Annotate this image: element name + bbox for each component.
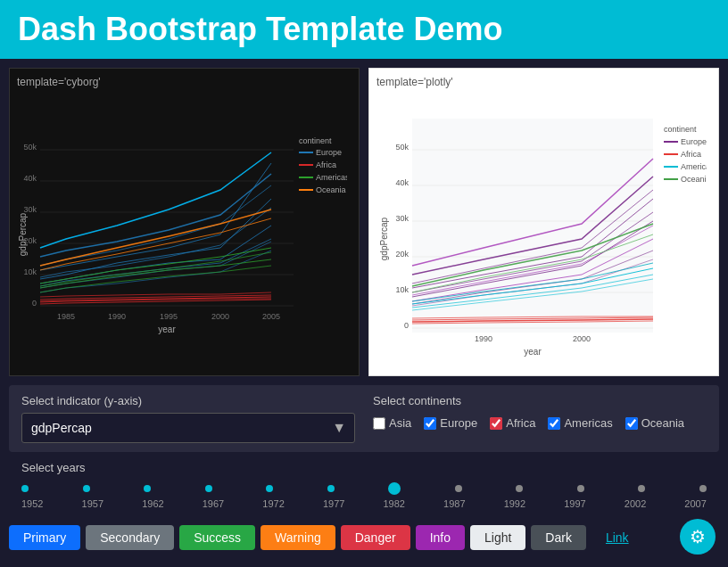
asia-checkbox[interactable] <box>373 417 385 430</box>
year-2002: 2002 <box>625 498 646 509</box>
checkbox-oceania[interactable]: Oceania <box>625 416 684 430</box>
svg-text:50k: 50k <box>23 143 37 152</box>
light-button[interactable]: Light <box>470 525 525 550</box>
africa-checkbox[interactable] <box>490 417 502 430</box>
slider-container: 1952 1957 1962 1967 1972 1977 1982 1987 … <box>21 481 707 513</box>
slider-dot-9 <box>577 485 584 492</box>
slider-dot-2 <box>144 485 151 492</box>
fab-icon: ⚙ <box>690 526 706 547</box>
svg-text:30k: 30k <box>23 205 37 214</box>
svg-text:0: 0 <box>404 321 409 330</box>
year-1952: 1952 <box>21 498 43 509</box>
charts-row: template='cyborg' gdpPercap 0 10k 20k 30… <box>0 59 728 385</box>
svg-text:1990: 1990 <box>475 334 492 343</box>
svg-text:continent: continent <box>664 125 697 134</box>
continents-control-group: Select continents Asia Europe Africa Ame… <box>373 394 707 443</box>
slider-dot-8 <box>516 485 523 492</box>
warning-button[interactable]: Warning <box>261 525 335 550</box>
slider-dot-6[interactable] <box>388 482 401 495</box>
link-button[interactable]: Link <box>592 525 643 550</box>
svg-text:2000: 2000 <box>211 312 229 321</box>
svg-text:Africa: Africa <box>681 150 701 159</box>
dark-button[interactable]: Dark <box>531 525 586 550</box>
year-1957: 1957 <box>82 498 103 509</box>
left-chart-svg: gdpPercap 0 10k 20k 30k 40k 50k 1985 199… <box>17 92 347 350</box>
slider-section: Select years 1952 1957 1962 1967 1972 19… <box>9 461 719 513</box>
indicator-label: Select indicator (y-axis) <box>21 394 355 407</box>
slider-dot-3 <box>205 485 212 492</box>
years-label: Select years <box>21 461 707 474</box>
left-chart-template: template='cyborg' <box>17 76 352 88</box>
svg-text:1985: 1985 <box>57 312 75 321</box>
year-1962: 1962 <box>142 498 163 509</box>
svg-text:30k: 30k <box>395 214 409 223</box>
chart-panel-right: template='plotly' 0 10k 20k 30k 40k 50k … <box>368 68 719 376</box>
app-header: Dash Bootstrap Template Demo <box>0 0 728 59</box>
controls-row: Select indicator (y-axis) gdpPercap life… <box>21 394 707 443</box>
slider-dot-11 <box>699 485 707 492</box>
year-1967: 1967 <box>203 498 224 509</box>
svg-text:continent: continent <box>299 136 332 145</box>
oceania-label: Oceania <box>641 416 684 430</box>
slider-dot-10 <box>638 485 645 492</box>
year-1992: 1992 <box>504 498 525 509</box>
year-1972: 1972 <box>262 498 284 509</box>
americas-checkbox[interactable] <box>548 417 560 430</box>
secondary-button[interactable]: Secondary <box>86 525 174 550</box>
svg-text:2000: 2000 <box>573 334 591 343</box>
svg-text:2005: 2005 <box>262 312 280 321</box>
svg-text:year: year <box>158 325 176 334</box>
slider-dot-4 <box>266 485 273 492</box>
checkbox-africa[interactable]: Africa <box>490 416 535 430</box>
africa-label: Africa <box>506 416 535 430</box>
success-button[interactable]: Success <box>179 525 255 550</box>
asia-label: Asia <box>389 416 411 430</box>
primary-button[interactable]: Primary <box>9 525 80 550</box>
fab-button[interactable]: ⚙ <box>680 519 716 555</box>
svg-text:20k: 20k <box>23 236 37 245</box>
year-1982: 1982 <box>383 498 404 509</box>
svg-text:Europe: Europe <box>681 137 707 146</box>
svg-text:1990: 1990 <box>108 312 126 321</box>
europe-label: Europe <box>440 416 477 430</box>
indicator-select[interactable]: gdpPercap lifeExp pop <box>21 413 355 443</box>
europe-checkbox[interactable] <box>424 417 436 430</box>
indicator-control-group: Select indicator (y-axis) gdpPercap life… <box>21 394 355 443</box>
indicator-select-wrapper: gdpPercap lifeExp pop ▼ <box>21 413 355 443</box>
svg-text:10k: 10k <box>23 267 37 276</box>
right-chart-template: template='plotly' <box>376 76 711 88</box>
svg-text:20k: 20k <box>395 250 409 259</box>
chart-panel-left: template='cyborg' gdpPercap 0 10k 20k 30… <box>9 68 360 376</box>
svg-text:Americas: Americas <box>316 173 347 182</box>
svg-text:1995: 1995 <box>160 312 178 321</box>
year-2007: 2007 <box>684 498 706 509</box>
danger-button[interactable]: Danger <box>341 525 410 550</box>
svg-text:year: year <box>524 347 542 357</box>
y-axis-label-left: gdpPercap <box>18 212 28 256</box>
svg-text:10k: 10k <box>395 285 409 294</box>
svg-text:50k: 50k <box>395 143 409 152</box>
year-1987: 1987 <box>443 498 465 509</box>
right-chart-svg: 0 10k 20k 30k 40k 50k gdpPercap 1990 200… <box>376 92 707 368</box>
checkbox-europe[interactable]: Europe <box>424 416 477 430</box>
svg-text:Americas: Americas <box>681 162 707 171</box>
checkbox-group: Asia Europe Africa Americas Oceania <box>373 413 707 430</box>
svg-text:Africa: Africa <box>316 160 336 169</box>
slider-dot-7 <box>455 485 462 492</box>
info-button[interactable]: Info <box>416 525 465 550</box>
buttons-row: Primary Secondary Success Warning Danger… <box>0 518 728 557</box>
checkbox-asia[interactable]: Asia <box>373 416 411 430</box>
slider-dots <box>21 485 707 495</box>
checkbox-americas[interactable]: Americas <box>548 416 612 430</box>
controls-area: Select indicator (y-axis) gdpPercap life… <box>9 385 719 452</box>
slider-dot-1 <box>83 485 90 492</box>
svg-text:Europe: Europe <box>316 148 342 157</box>
svg-text:gdpPercap: gdpPercap <box>379 217 389 260</box>
oceania-checkbox[interactable] <box>625 417 638 430</box>
slider-dot-0 <box>21 485 29 492</box>
svg-text:40k: 40k <box>23 174 37 183</box>
year-1997: 1997 <box>564 498 585 509</box>
svg-text:Oceania: Oceania <box>316 185 346 194</box>
slider-years: 1952 1957 1962 1967 1972 1977 1982 1987 … <box>21 498 707 509</box>
svg-text:0: 0 <box>32 299 37 308</box>
